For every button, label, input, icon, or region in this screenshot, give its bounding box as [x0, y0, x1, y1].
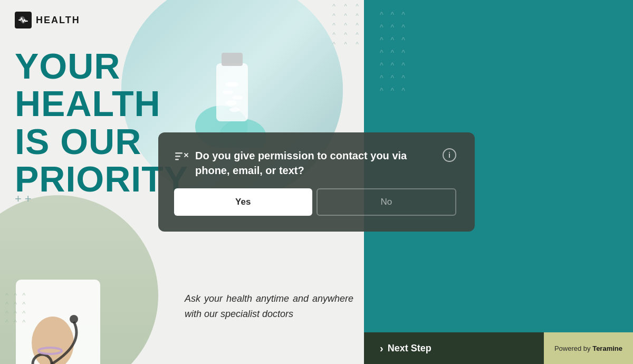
info-icon[interactable]: i: [443, 148, 456, 162]
no-button[interactable]: No: [316, 188, 457, 216]
modal-question-text: Do you give permission to contact you vi…: [195, 148, 436, 178]
svg-rect-15: [175, 156, 180, 157]
powered-by-brand: Teramine: [592, 344, 622, 352]
powered-by-area: Powered by Teramine: [544, 332, 633, 364]
next-step-arrow: ›: [380, 342, 383, 355]
modal-overlay: Do you give permission to contact you vi…: [0, 0, 633, 364]
bottom-bar: › Next Step Powered by Teramine: [364, 332, 633, 364]
next-step-label: Next Step: [388, 343, 431, 354]
yes-button[interactable]: Yes: [174, 188, 312, 216]
powered-by-prefix: Powered by: [554, 344, 591, 352]
svg-rect-16: [175, 159, 179, 160]
filter-list-icon: [174, 149, 189, 164]
svg-rect-14: [175, 152, 183, 154]
permission-modal: Do you give permission to contact you vi…: [158, 132, 475, 232]
modal-header: Do you give permission to contact you vi…: [174, 148, 456, 178]
next-step-button[interactable]: › Next Step: [364, 332, 544, 364]
modal-buttons: Yes No: [174, 188, 456, 216]
